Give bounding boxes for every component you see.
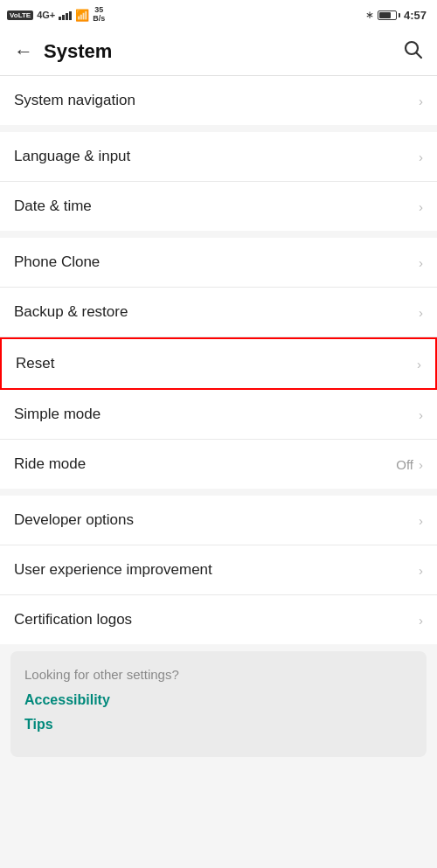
volte-indicator: VoLTE [7, 10, 33, 20]
item-label-language-input: Language & input [14, 148, 130, 165]
item-label-system-navigation: System navigation [14, 92, 135, 109]
status-left: VoLTE 4G+ 📶 35B/s [7, 6, 105, 24]
tips-link[interactable]: Tips [24, 717, 413, 733]
chevron-icon: › [419, 94, 423, 108]
chevron-icon: › [419, 305, 423, 320]
svg-line-1 [417, 53, 422, 59]
item-label-certification-logos: Certification logos [14, 611, 132, 628]
status-right: ∗ 4:57 [365, 9, 427, 22]
chevron-icon: › [419, 563, 423, 578]
list-item-system-navigation[interactable]: System navigation › [0, 76, 437, 125]
wifi-icon: 📶 [75, 9, 89, 22]
list-item-language-input[interactable]: Language & input › [0, 132, 437, 182]
section-system-navigation: System navigation › [0, 76, 437, 125]
chevron-icon: › [417, 357, 421, 372]
accessibility-link[interactable]: Accessibility [24, 692, 413, 708]
chevron-icon: › [419, 613, 423, 628]
battery-indicator [378, 10, 400, 20]
list-item-simple-mode[interactable]: Simple mode › [0, 390, 437, 440]
list-item-date-time[interactable]: Date & time › [0, 182, 437, 231]
item-label-ride-mode: Ride mode [14, 455, 86, 473]
list-item-reset[interactable]: Reset › [0, 337, 437, 390]
item-label-reset: Reset [16, 355, 54, 372]
item-label-developer-options: Developer options [14, 511, 134, 529]
ride-mode-value: Off [396, 457, 413, 472]
chevron-icon: › [419, 513, 423, 528]
chevron-icon: › [419, 407, 423, 422]
list-item-certification-logos[interactable]: Certification logos › [0, 595, 437, 644]
page-title: System [44, 40, 392, 63]
section-clone-reset: Phone Clone › Backup & restore › Reset ›… [0, 238, 437, 489]
data-speed: 35B/s [93, 6, 105, 24]
app-header: ← System [0, 28, 437, 76]
list-item-backup-restore[interactable]: Backup & restore › [0, 288, 437, 337]
chevron-icon: › [419, 457, 423, 472]
item-label-user-experience: User experience improvement [14, 561, 212, 579]
signal-bars-icon [59, 10, 72, 20]
chevron-icon: › [419, 149, 423, 164]
bottom-suggestion-card: Looking for other settings? Accessibilit… [10, 651, 427, 757]
list-item-developer-options[interactable]: Developer options › [0, 496, 437, 545]
item-label-date-time: Date & time [14, 198, 92, 215]
list-item-phone-clone[interactable]: Phone Clone › [0, 238, 437, 288]
status-bar: VoLTE 4G+ 📶 35B/s ∗ 4:57 [0, 0, 437, 28]
list-item-ride-mode[interactable]: Ride mode Off › [0, 440, 437, 489]
bluetooth-icon: ∗ [365, 9, 374, 21]
chevron-icon: › [419, 255, 423, 270]
section-developer: Developer options › User experience impr… [0, 496, 437, 644]
item-label-phone-clone: Phone Clone [14, 253, 100, 271]
section-language-date: Language & input › Date & time › [0, 132, 437, 231]
item-label-simple-mode: Simple mode [14, 406, 101, 423]
suggestion-card-title: Looking for other settings? [24, 667, 413, 682]
chevron-icon: › [419, 199, 423, 214]
search-button[interactable] [402, 38, 423, 65]
list-item-user-experience[interactable]: User experience improvement › [0, 545, 437, 595]
time-display: 4:57 [404, 9, 427, 22]
network-type: 4G+ [37, 10, 55, 20]
back-button[interactable]: ← [14, 40, 33, 63]
item-label-backup-restore: Backup & restore [14, 303, 128, 321]
